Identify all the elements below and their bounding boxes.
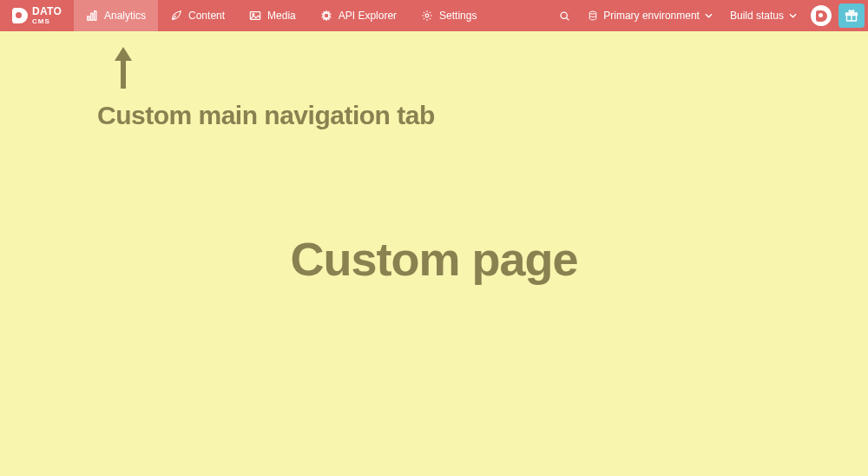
environment-selector[interactable]: Primary environment [579,0,721,31]
nav-item-label: Analytics [104,10,146,22]
nav-item-api-explorer[interactable]: API Explorer [308,0,409,31]
database-icon [588,10,598,21]
logo-mark-icon [12,8,28,23]
gear-badge-icon [320,10,332,22]
topbar: DATOCMS Analytics Content Media [0,0,868,31]
svg-rect-2 [95,11,96,21]
logo-text: DATOCMS [32,7,62,25]
build-status-label: Build status [730,10,784,22]
search-icon [559,10,570,22]
nav-item-media[interactable]: Media [237,0,308,31]
nav-item-settings[interactable]: Settings [409,0,489,31]
gift-button[interactable] [838,3,865,28]
logo[interactable]: DATOCMS [0,0,74,31]
nav-item-analytics[interactable]: Analytics [74,0,158,31]
chevron-down-icon [705,13,713,18]
analytics-icon [86,10,98,22]
svg-point-6 [425,14,429,17]
chevron-down-icon [789,13,797,18]
topbar-spacer [489,0,550,31]
nav-item-content[interactable]: Content [158,0,237,31]
annotation-label: Custom main navigation tab [97,101,435,130]
gift-icon [845,9,858,23]
annotation-arrow-icon [113,47,134,89]
search-button[interactable] [550,0,579,31]
nav-item-label: Settings [439,10,477,22]
account-button[interactable] [811,5,832,26]
build-status-selector[interactable]: Build status [721,0,806,31]
svg-rect-0 [88,17,89,20]
page-heading: Custom page [290,232,577,286]
svg-rect-1 [91,13,93,20]
gear-icon [421,10,433,22]
svg-point-4 [253,14,254,16]
nav-item-label: Content [188,10,225,22]
logo-d-icon [816,10,827,22]
nav-item-label: Media [267,10,296,22]
svg-point-7 [561,12,567,18]
leaf-icon [170,10,182,22]
nav-item-label: API Explorer [339,10,397,22]
svg-point-8 [590,11,597,14]
main-content: Custom main navigation tab Custom page [0,31,868,476]
media-icon [249,10,261,22]
environment-label: Primary environment [603,10,700,22]
